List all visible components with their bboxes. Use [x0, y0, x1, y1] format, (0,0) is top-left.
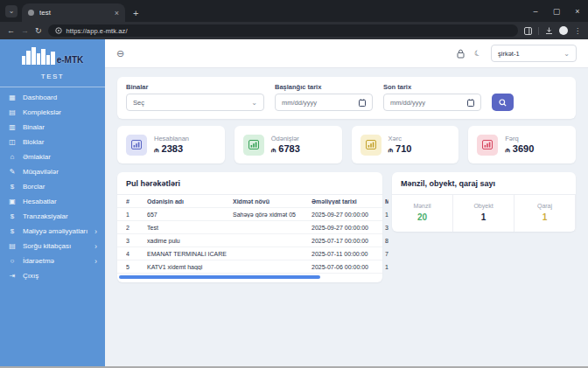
side-panel-icon[interactable]: [524, 27, 532, 35]
table-row[interactable]: 1 657 Sahəyə görə xidmət 05 2025-09-27 0…: [117, 208, 382, 221]
cell-num: 4: [126, 251, 147, 257]
debt-icon: $: [8, 183, 17, 191]
tab-favicon: [28, 10, 34, 16]
sidebar-item-label: Bloklar: [23, 138, 88, 146]
cell-amount: 15₼: [385, 264, 388, 270]
new-tab-button[interactable]: +: [133, 8, 138, 18]
start-date-placeholder: mm/dd/yyyy: [282, 99, 317, 107]
sidebar-item-label: Hesabatlar: [23, 198, 88, 205]
cell-amount: 70₼: [385, 251, 388, 257]
sidebar-item-bloklar[interactable]: ◫ Bloklar ›: [0, 135, 105, 149]
tab-search-button[interactable]: ⌄: [5, 5, 18, 17]
stat-cards: Hesablanan ₼2383 Ödənişlər ₼6783: [117, 126, 576, 163]
complex-icon: ▤: [8, 108, 17, 116]
sidebar-item-binalar[interactable]: ▥ Binalar ›: [0, 120, 105, 135]
forward-icon[interactable]: →: [21, 26, 29, 35]
table-row[interactable]: 4 EMANAT TERMINALI ICARE 2025-07-11 00:0…: [117, 247, 382, 260]
col-num: #: [126, 198, 147, 205]
summary-value: 1: [453, 212, 514, 222]
sidebar-item-komplekslar[interactable]: ▤ Komplekslər ›: [0, 105, 105, 120]
table-row[interactable]: 5 KATV1 xidemt haqqi 2025-07-06 00:00:00…: [117, 260, 382, 274]
stat-label: Xərc: [388, 135, 412, 142]
stat-label: Hesablanan: [154, 135, 189, 142]
manat-icon: ₼: [505, 146, 510, 155]
cell-operation-date: 2025-09-27 00:00:00: [312, 225, 385, 231]
profile-avatar[interactable]: [559, 26, 568, 35]
logo-text: e-MTK: [57, 55, 84, 65]
end-date-input[interactable]: mm/dd/yyyy: [383, 94, 481, 111]
chevron-down-icon: ⌄: [251, 99, 257, 107]
browser-menu-icon[interactable]: ⋮: [574, 27, 581, 35]
sidebar-item-label: Komplekslər: [23, 108, 88, 116]
sidebar-item-borclar[interactable]: $ Borclar ›: [0, 179, 105, 194]
sidebar-item-dashboard[interactable]: ▦ Dashboard ›: [0, 90, 105, 105]
reload-icon[interactable]: ↻: [35, 26, 42, 35]
cell-service-type: Sahəyə görə xidmət 05: [233, 212, 312, 218]
company-select-value: şirkət-1: [498, 50, 520, 58]
horizontal-scrollbar[interactable]: [119, 275, 320, 279]
start-date-input[interactable]: mm/dd/yyyy: [275, 94, 373, 111]
tab-close-icon[interactable]: ×: [115, 9, 119, 17]
stat-label: Fərq: [505, 135, 534, 142]
table-row[interactable]: 2 Test 2025-09-27 00:00:00 3432₼: [117, 221, 382, 234]
company-select[interactable]: şirkət-1 ⌄: [491, 45, 577, 62]
sidebar-item-label: Çıxış: [23, 272, 88, 280]
close-button[interactable]: ×: [567, 0, 588, 22]
cell-operation-date: 2025-07-17 00:00:00: [312, 238, 385, 244]
sidebar-divider: [0, 87, 105, 87]
contract-icon: ✎: [8, 168, 17, 176]
browser-tab[interactable]: test ×: [22, 3, 125, 22]
sidebar-item-idaraetma[interactable]: ○ İdarəetmə ›: [0, 253, 105, 268]
search-button[interactable]: [492, 94, 514, 111]
cell-amount: 3432₼: [385, 225, 388, 231]
summary-value: 20: [392, 212, 452, 222]
cell-operation-date: 2025-07-06 00:00:00: [312, 264, 385, 270]
chevron-right-icon: ›: [94, 242, 97, 251]
team-label[interactable]: TEST: [0, 67, 105, 87]
summary-label: Mənzil: [392, 203, 452, 209]
cell-payment-name: xadime pulu: [147, 238, 233, 244]
blocks-icon: ◫: [8, 138, 17, 146]
sidebar-item-label: Tranzaksiyalar: [23, 212, 88, 220]
cell-amount: 10₼: [385, 212, 388, 218]
manat-icon: ₼: [154, 146, 159, 155]
url-bar[interactable]: https://app.e-mtk.az/: [48, 24, 518, 37]
toolbar-actions: ⋮: [524, 26, 581, 35]
filter-bar: Binalar Seç ⌄ Başlanğıc tarix mm/dd/yyyy: [117, 77, 576, 119]
table-row[interactable]: 3 xadime pulu 2025-07-17 00:00:00 80₼: [117, 234, 382, 247]
sidebar-item-cixis[interactable]: ⇥ Çıxış ›: [0, 268, 105, 283]
property-icon: ⌂: [8, 153, 17, 161]
summary-label: Qaraj: [514, 203, 575, 209]
search-icon: [499, 99, 507, 107]
lock-icon[interactable]: [457, 49, 465, 59]
building-icon: ▥: [8, 123, 17, 131]
logo-skyline-icon: [22, 47, 55, 65]
minimize-button[interactable]: –: [525, 0, 546, 22]
sidebar-item-hesabatlar[interactable]: ▣ Hesabatlar ›: [0, 194, 105, 209]
sidebar-item-amlaklar[interactable]: ⌂ Əmlaklar ›: [0, 149, 105, 164]
summary-cell: Mənzil 20: [392, 195, 453, 232]
money-movements-card: Pul hərəkətləri # Ödənişin adı Xidmət nö…: [117, 172, 382, 282]
sidebar-item-tranzaksiyalar[interactable]: $ Tranzaksiyalar ›: [0, 209, 105, 224]
table-header-row: # Ödənişin adı Xidmət növü Əməliyyat tar…: [117, 195, 382, 208]
browser-toolbar: ← → ↻ https://app.e-mtk.az/ ⋮: [0, 22, 588, 39]
sidebar-collapse-icon[interactable]: ⊖: [116, 48, 124, 59]
window-controls: – ▢ ×: [525, 0, 588, 22]
handbook-icon: ▤: [8, 242, 17, 250]
back-icon[interactable]: ←: [7, 26, 15, 35]
cell-num: 2: [126, 225, 147, 231]
sidebar-item-sorgu[interactable]: ▤ Sorğu kitabçası ›: [0, 239, 105, 253]
buildings-select[interactable]: Seç ⌄: [126, 94, 264, 111]
dark-mode-icon[interactable]: ☾: [472, 48, 482, 59]
stat-value: ₼2383: [154, 143, 189, 155]
sidebar-item-label: Maliyyə əməliyyatları: [23, 227, 88, 235]
reports-icon: ▣: [8, 198, 17, 205]
download-icon[interactable]: [545, 27, 553, 35]
sidebar-item-muqavilalar[interactable]: ✎ Müqavilələr ›: [0, 164, 105, 179]
sidebar-item-label: Borclar: [23, 183, 88, 191]
cell-payment-name: KATV1 xidemt haqqi: [147, 264, 233, 270]
maximize-button[interactable]: ▢: [546, 0, 567, 22]
sidebar-item-label: Binalar: [23, 123, 88, 131]
cell-operation-date: 2025-07-11 00:00:00: [312, 251, 385, 257]
sidebar-item-maliyya[interactable]: $ Maliyyə əməliyyatları ›: [0, 224, 105, 239]
